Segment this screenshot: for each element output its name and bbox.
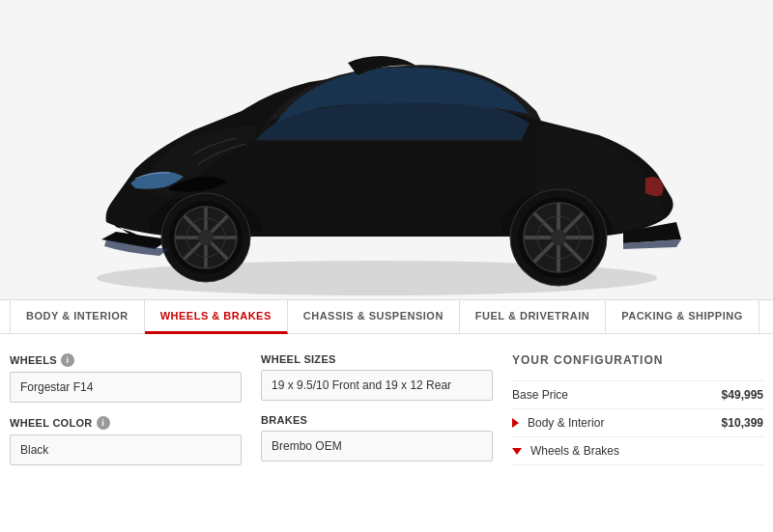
brakes-field-group: BRAKES Brembo OEM xyxy=(261,414,493,462)
summary-row-wheels-brakes[interactable]: Wheels & Brakes xyxy=(512,436,763,465)
wheel-sizes-value: 19 x 9.5/10 Front and 19 x 12 Rear xyxy=(261,370,493,401)
wheel-color-label: WHEEL COLOR i xyxy=(10,416,242,430)
body-interior-label: Body & Interior xyxy=(512,416,604,430)
wheels-label-text: WHEELS xyxy=(10,354,57,366)
summary-panel: YOUR CONFIGURATION Base Price $49,995 Bo… xyxy=(512,353,763,479)
summary-row-base-price: Base Price $49,995 xyxy=(512,380,763,408)
wheel-sizes-label: WHEEL SIZES xyxy=(261,353,493,365)
wheel-color-value[interactable]: Black xyxy=(10,434,242,465)
body-interior-value: $10,399 xyxy=(722,416,763,430)
brakes-label: BRAKES xyxy=(261,414,493,426)
expand-down-icon xyxy=(512,448,522,455)
wheels-info-icon[interactable]: i xyxy=(61,353,74,367)
svg-point-18 xyxy=(551,230,566,245)
left-config-panel: WHEELS i Forgestar F14 WHEEL COLOR i Bla… xyxy=(10,353,261,479)
wheels-field-group: WHEELS i Forgestar F14 xyxy=(10,353,242,403)
tab-wheels-brakes[interactable]: WHEELS & BRAKES xyxy=(145,300,288,334)
content-area: WHEELS i Forgestar F14 WHEEL COLOR i Bla… xyxy=(0,334,773,498)
middle-config-panel: WHEEL SIZES 19 x 9.5/10 Front and 19 x 1… xyxy=(261,353,512,479)
wheels-label: WHEELS i xyxy=(10,353,242,367)
wheel-color-label-text: WHEEL COLOR xyxy=(10,417,93,429)
brakes-label-text: BRAKES xyxy=(261,414,307,426)
tab-packing-shipping[interactable]: PACKING & SHIPPING xyxy=(606,300,759,334)
tab-body-interior[interactable]: BODY & INTERIOR xyxy=(10,300,145,334)
wheel-color-info-icon[interactable]: i xyxy=(97,416,110,430)
wheel-sizes-field-group: WHEEL SIZES 19 x 9.5/10 Front and 19 x 1… xyxy=(261,353,493,401)
wheel-sizes-label-text: WHEEL SIZES xyxy=(261,353,336,365)
tab-chassis-suspension[interactable]: CHASSIS & SUSPENSION xyxy=(288,300,460,334)
tabs-container: BODY & INTERIOR WHEELS & BRAKES CHASSIS … xyxy=(0,299,773,334)
summary-title: YOUR CONFIGURATION xyxy=(512,353,763,367)
car-display xyxy=(0,0,773,299)
tab-fuel-drivetrain[interactable]: FUEL & DRIVETRAIN xyxy=(460,300,606,334)
brakes-value[interactable]: Brembo OEM xyxy=(261,431,493,462)
wheels-brakes-label-text: Wheels & Brakes xyxy=(530,444,619,458)
wheels-value[interactable]: Forgestar F14 xyxy=(10,372,242,403)
expand-right-icon xyxy=(512,418,519,428)
summary-row-body-interior[interactable]: Body & Interior $10,399 xyxy=(512,408,763,436)
base-price-value: $49,995 xyxy=(722,388,763,402)
body-interior-label-text: Body & Interior xyxy=(528,416,604,430)
base-price-label: Base Price xyxy=(512,388,568,402)
wheels-brakes-label: Wheels & Brakes xyxy=(512,444,619,458)
wheel-color-field-group: WHEEL COLOR i Black xyxy=(10,416,242,465)
